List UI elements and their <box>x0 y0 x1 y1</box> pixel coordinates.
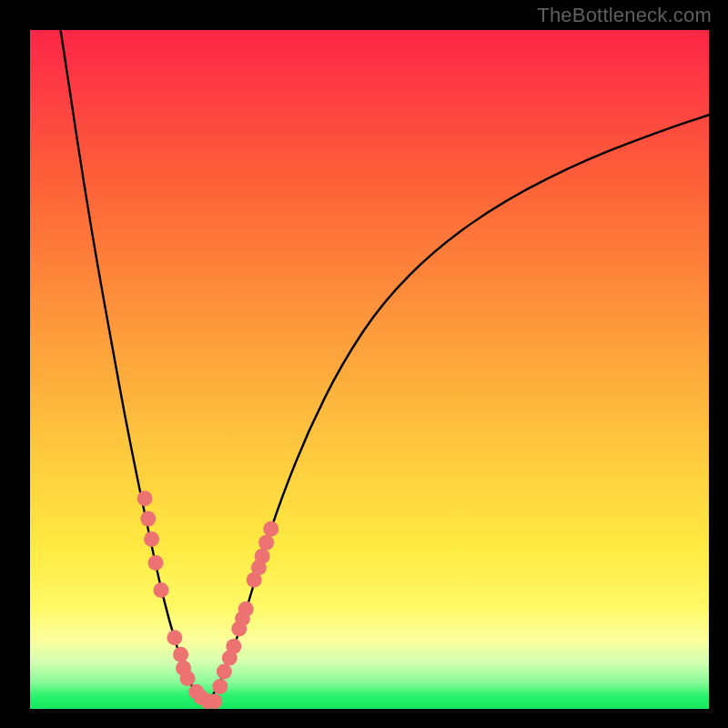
marker-left-cluster <box>167 630 182 645</box>
marker-right-cluster <box>258 535 274 551</box>
marker-left-cluster <box>173 647 188 662</box>
chart-frame: TheBottleneck.com <box>0 0 728 728</box>
marker-right-cluster <box>255 549 270 564</box>
marker-left-cluster <box>140 511 156 527</box>
curve-left-branch <box>61 30 207 703</box>
curve-right-branch <box>207 115 709 703</box>
marker-right-cluster <box>217 663 232 679</box>
marker-left-cluster <box>144 531 159 547</box>
chart-markers <box>137 490 279 709</box>
marker-right-cluster <box>263 521 278 537</box>
marker-left-cluster <box>153 582 168 598</box>
marker-right-cluster <box>238 602 254 617</box>
chart-overlay-svg <box>30 30 709 709</box>
marker-left-cluster <box>180 671 196 686</box>
chart-curves <box>61 30 709 703</box>
marker-right-cluster <box>226 639 241 654</box>
marker-left-cluster <box>207 693 222 709</box>
marker-left-cluster <box>148 555 164 571</box>
marker-left-cluster <box>137 490 153 506</box>
marker-right-cluster <box>212 679 228 694</box>
watermark-text: TheBottleneck.com <box>537 4 712 27</box>
